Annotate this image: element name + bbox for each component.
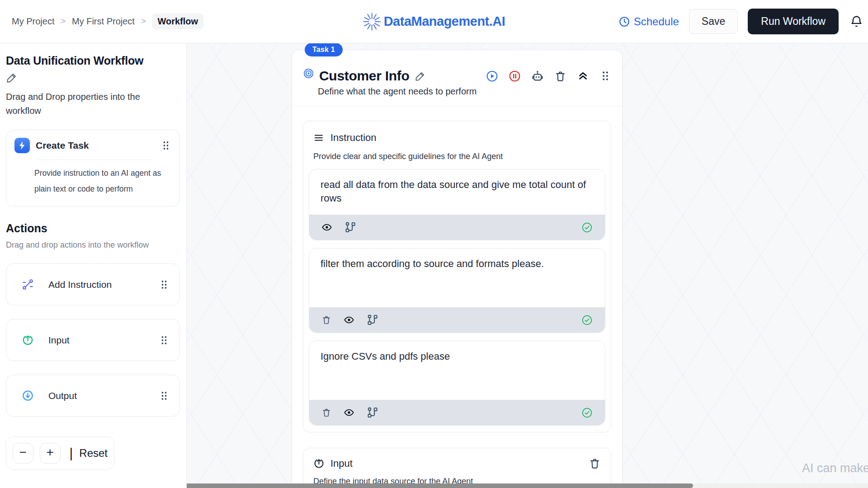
preview-eye-button[interactable] (344, 407, 354, 418)
trash-icon (554, 70, 566, 82)
trash-icon (321, 408, 331, 418)
create-task-label: Create Task (36, 140, 89, 151)
drag-handle-icon[interactable] (159, 390, 170, 401)
instruction-section-label: Instruction (330, 132, 377, 144)
drag-handle-icon[interactable] (160, 140, 171, 151)
branch-button[interactable] (367, 407, 378, 418)
upload-circle-icon (313, 458, 325, 469)
instruction-item: Ignore CSVs and pdfs please (309, 341, 605, 426)
actions-subtitle: Drag and drop actions into the workflow (6, 240, 180, 250)
instruction-item: read all data from the data source and g… (309, 169, 605, 240)
instruction-section: Instruction Provide clear and specific g… (303, 121, 611, 432)
task-subtitle: Define what the agent needs to perform (318, 86, 611, 97)
agent-bot-button[interactable] (531, 70, 544, 82)
task-badge: Task 1 (305, 43, 343, 56)
branch-icon (367, 314, 378, 326)
trash-icon-button[interactable] (321, 408, 331, 418)
breadcrumb-my-first-project[interactable]: My First Project (72, 16, 135, 27)
create-task-card[interactable]: Create Task Provide instruction to an AI… (6, 130, 180, 206)
check-circle-icon (581, 314, 593, 326)
breadcrumb-workflow[interactable]: Workflow (152, 14, 203, 29)
eye-icon (321, 222, 332, 233)
sidebar-subtitle: Drag and Drop properties into the workfl… (6, 90, 164, 118)
divider (292, 106, 622, 106)
collapse-task-button[interactable] (577, 70, 589, 82)
delete-input-trash-icon[interactable] (589, 457, 601, 469)
edit-workflow-title-pencil-icon[interactable] (6, 72, 18, 84)
instruction-item-toolbar (309, 307, 605, 333)
pause-icon (509, 70, 521, 82)
zoom-in-button[interactable]: + (40, 443, 61, 464)
ai-disclaimer-watermark: AI can make (802, 461, 868, 475)
input-section-label: Input (330, 458, 353, 469)
action-label: Output (48, 390, 77, 401)
breadcrumb-separator: > (141, 17, 146, 26)
pause-task-button[interactable] (509, 70, 521, 82)
horizontal-scrollbar-track[interactable] (187, 483, 868, 488)
zap-icon (14, 138, 30, 153)
valid-check-badge (581, 314, 593, 326)
robot-icon (531, 70, 544, 82)
action-label: Input (48, 335, 70, 346)
app-logo: DataManagement.AI (363, 13, 505, 31)
action-card-add-instruction[interactable]: Add Instruction (6, 263, 180, 305)
bullseye-icon (303, 68, 314, 79)
breadcrumb-my-project[interactable]: My Project (12, 16, 54, 27)
schedule-button[interactable]: Schedule (618, 15, 679, 28)
chevrons-up-icon (577, 70, 589, 82)
instruction-items: read all data from the data source and g… (309, 169, 605, 426)
action-card-output[interactable]: Output (6, 375, 180, 417)
input-section: Input Define the input data source for t… (303, 448, 611, 488)
eye-icon (344, 314, 354, 325)
route-icon (22, 278, 34, 291)
starburst-logo-icon (363, 13, 381, 31)
instruction-text[interactable]: Ignore CSVs and pdfs please (309, 341, 605, 400)
app-header: My Project > My First Project > Workflow… (0, 0, 868, 43)
save-button[interactable]: Save (689, 9, 738, 34)
play-task-button[interactable] (486, 70, 498, 82)
workflow-title: Data Unification Workflow (6, 54, 180, 67)
run-workflow-button[interactable]: Run Workflow (748, 9, 839, 34)
branch-button[interactable] (344, 221, 356, 233)
zoom-out-button[interactable]: − (13, 443, 33, 464)
task-drag-handle[interactable] (599, 70, 611, 82)
trash-icon (321, 315, 331, 325)
breadcrumb: My Project > My First Project > Workflow (12, 14, 203, 29)
branch-button[interactable] (367, 314, 378, 326)
preview-eye-button[interactable] (344, 314, 354, 325)
sidebar: Data Unification Workflow Drag and Drop … (0, 43, 187, 488)
bell-icon[interactable] (849, 14, 863, 28)
instruction-item-toolbar (309, 215, 605, 240)
trash-icon-button[interactable] (321, 315, 331, 325)
drag-handle-icon[interactable] (159, 335, 170, 346)
edit-task-title-pencil-icon[interactable] (415, 70, 426, 82)
actions-title: Actions (6, 222, 180, 235)
workflow-canvas[interactable]: Task 1 Customer Info Define what the age… (187, 43, 868, 488)
zoom-reset-button[interactable]: Reset (79, 447, 108, 460)
drag-handle-icon[interactable] (159, 279, 170, 290)
breadcrumb-separator: > (61, 17, 66, 26)
instruction-hint: Provide clear and specific guidelines fo… (309, 152, 605, 161)
preview-eye-button[interactable] (321, 222, 332, 233)
menu-icon[interactable] (313, 132, 324, 143)
instruction-text[interactable]: read all data from the data source and g… (309, 169, 605, 215)
zoom-controls: − + | Reset (6, 436, 114, 470)
divider (34, 160, 151, 160)
task-card: Task 1 Customer Info Define what the age… (292, 50, 623, 488)
clock-icon (618, 16, 630, 28)
download-circle-icon (22, 389, 34, 402)
task-title: Customer Info (319, 68, 409, 84)
drag-handle-icon (599, 70, 611, 82)
check-circle-icon (581, 222, 593, 233)
upload-circle-icon (22, 334, 34, 346)
schedule-label: Schedule (634, 15, 679, 28)
valid-check-badge (581, 407, 593, 418)
zoom-divider: | (70, 446, 73, 461)
delete-task-button[interactable] (554, 70, 566, 82)
eye-icon (344, 407, 354, 418)
horizontal-scrollbar-thumb[interactable] (187, 483, 693, 488)
action-card-input[interactable]: Input (6, 319, 180, 361)
instruction-text[interactable]: filter them according to source and form… (309, 249, 605, 307)
branch-icon (344, 221, 356, 233)
instruction-item: filter them according to source and form… (309, 248, 605, 333)
